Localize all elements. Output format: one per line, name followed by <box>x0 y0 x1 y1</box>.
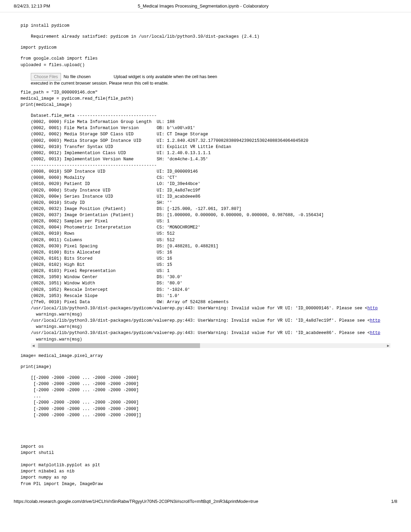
notebook-content: pip install pydicom Requirement already … <box>0 12 411 495</box>
upload-widget-msg-2: executed in the current browser session.… <box>31 81 169 84</box>
code-cell-print-image: print(image) <box>21 364 390 370</box>
upload-widget-msg-1: Upload widget is only available when the… <box>114 74 217 79</box>
upload-widget-output: Choose Files No file chosen Upload widge… <box>31 73 390 85</box>
warning-link[interactable]: http <box>368 306 378 311</box>
no-file-label: No file chosen <box>64 74 91 79</box>
code-cell-import-pydicom: import pydicom <box>21 45 390 51</box>
print-header: 8/24/23, 12:13 PM 5_Medical Images Proce… <box>0 0 411 12</box>
footer-page: 1/8 <box>391 499 397 504</box>
code-cell-pip: pip install pydicom <box>21 23 390 29</box>
dicom-dataset-output: Dataset.file_meta ----------------------… <box>31 113 390 343</box>
footer-url: https://colab.research.google.com/drive/… <box>14 499 258 504</box>
output-print-image: [[-2000 -2000 -2000 ... -2000 -2000 -200… <box>31 375 390 418</box>
scrollbar-thumb[interactable] <box>38 343 200 348</box>
header-datetime: 8/24/23, 12:13 PM <box>14 3 50 9</box>
code-cell-pixel-array: image= medical_image.pixel_array <box>21 353 390 359</box>
print-footer: https://colab.research.google.com/drive/… <box>0 495 411 507</box>
scroll-right-icon[interactable]: ▶ <box>386 343 390 348</box>
header-title: 5_Medical Images Processing_Segmentation… <box>50 3 356 9</box>
warning-link[interactable]: http <box>370 318 380 323</box>
code-cell-upload: from google.colab import files uploaded … <box>21 55 390 68</box>
dicom-output-container: Dataset.file_meta ----------------------… <box>31 113 390 348</box>
code-cell-imports: import os import shutil import matplotli… <box>21 444 390 487</box>
warning-link[interactable]: http <box>370 331 380 335</box>
choose-files-button[interactable]: Choose Files <box>31 73 61 81</box>
output-pip: Requirement already satisfied: pydicom i… <box>31 34 390 40</box>
horizontal-scrollbar[interactable]: ◀ ▶ <box>31 343 390 348</box>
scroll-left-icon[interactable]: ◀ <box>31 343 36 348</box>
code-cell-read-dicom: file_path = "ID_000009146.dcm" medical_i… <box>21 89 390 108</box>
